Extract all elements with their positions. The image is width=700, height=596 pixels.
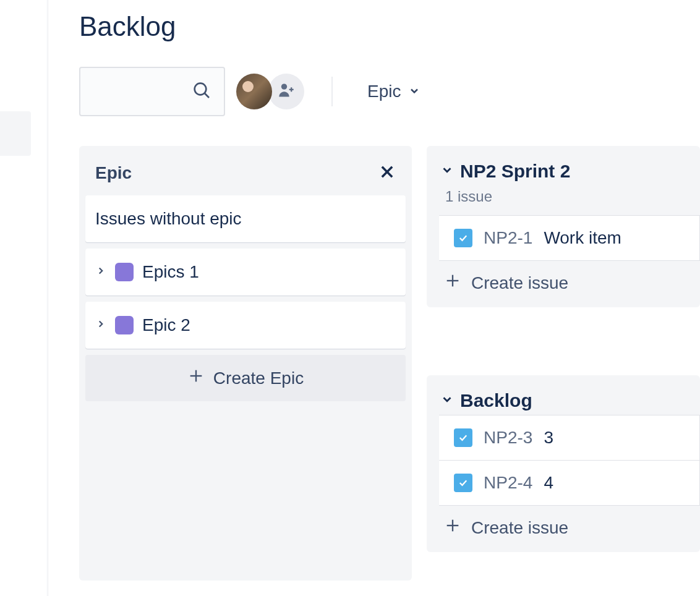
- issue-key: NP2-1: [484, 228, 532, 248]
- create-epic-label: Create Epic: [213, 368, 304, 388]
- create-issue-button[interactable]: Create issue: [427, 506, 700, 541]
- user-avatar[interactable]: [236, 74, 272, 109]
- epic-color-swatch: [115, 316, 134, 334]
- sprint-issue-count: 1 issue: [427, 185, 700, 215]
- epic-item[interactable]: Epic 2: [85, 302, 406, 349]
- issue-row[interactable]: NP2-1 Work item: [439, 215, 700, 261]
- chevron-down-icon: [440, 163, 454, 179]
- sidebar-selected-stub[interactable]: [0, 111, 31, 156]
- task-type-icon: [454, 229, 472, 247]
- epic-item-label: Epic 2: [142, 315, 190, 335]
- issue-row[interactable]: NP2-4 4: [439, 461, 700, 506]
- sprint-title: NP2 Sprint 2: [460, 161, 570, 182]
- svg-point-0: [195, 83, 207, 95]
- chevron-right-icon: [95, 265, 106, 279]
- backlog-group: Backlog NP2-3 3 NP2-4 4: [427, 375, 700, 552]
- issue-summary: 3: [544, 428, 553, 448]
- epic-filter-dropdown[interactable]: Epic: [360, 77, 428, 106]
- epic-item-label: Issues without epic: [95, 209, 242, 229]
- avatar-group: [240, 74, 304, 109]
- add-people-button[interactable]: [268, 74, 304, 109]
- backlog-header[interactable]: Backlog: [427, 386, 700, 415]
- create-issue-label: Create issue: [471, 273, 568, 293]
- epic-item-label: Epics 1: [142, 262, 199, 282]
- backlog-column: NP2 Sprint 2 1 issue NP2-1 Work item Cre…: [427, 146, 700, 552]
- epic-filter-no-epic[interactable]: Issues without epic: [85, 195, 406, 242]
- epic-filter-label: Epic: [367, 82, 401, 101]
- epic-panel-heading: Epic: [95, 163, 132, 183]
- close-epic-panel-button[interactable]: [378, 163, 396, 183]
- toolbar: Epic: [79, 67, 700, 116]
- chevron-right-icon: [95, 318, 106, 332]
- svg-line-1: [205, 93, 209, 98]
- page-title: Backlog: [79, 11, 700, 42]
- chevron-down-icon: [408, 82, 420, 101]
- sprint-header[interactable]: NP2 Sprint 2: [427, 157, 700, 185]
- close-icon: [378, 163, 396, 183]
- issue-key: NP2-3: [484, 428, 532, 448]
- vertical-divider: [46, 0, 48, 596]
- issue-summary: Work item: [544, 228, 621, 248]
- search-input[interactable]: [79, 67, 225, 116]
- chevron-down-icon: [440, 393, 454, 409]
- task-type-icon: [454, 474, 472, 492]
- task-type-icon: [454, 428, 472, 447]
- issue-row[interactable]: NP2-3 3: [439, 415, 700, 461]
- sprint-group: NP2 Sprint 2 1 issue NP2-1 Work item Cre…: [427, 146, 700, 307]
- separator: [331, 77, 333, 106]
- backlog-title: Backlog: [460, 390, 532, 411]
- add-person-icon: [278, 82, 295, 101]
- plus-icon: [187, 367, 205, 389]
- search-icon: [192, 80, 211, 103]
- plus-icon: [444, 272, 461, 294]
- create-issue-button[interactable]: Create issue: [427, 261, 700, 296]
- plus-icon: [444, 517, 461, 539]
- epic-panel: Epic Issues without epic Epics 1: [79, 146, 412, 581]
- issue-key: NP2-4: [484, 473, 532, 493]
- issue-summary: 4: [544, 473, 553, 493]
- create-issue-label: Create issue: [471, 518, 568, 538]
- create-epic-button[interactable]: Create Epic: [85, 355, 406, 401]
- epic-color-swatch: [115, 263, 134, 281]
- svg-point-2: [281, 84, 287, 90]
- epic-item[interactable]: Epics 1: [85, 249, 406, 296]
